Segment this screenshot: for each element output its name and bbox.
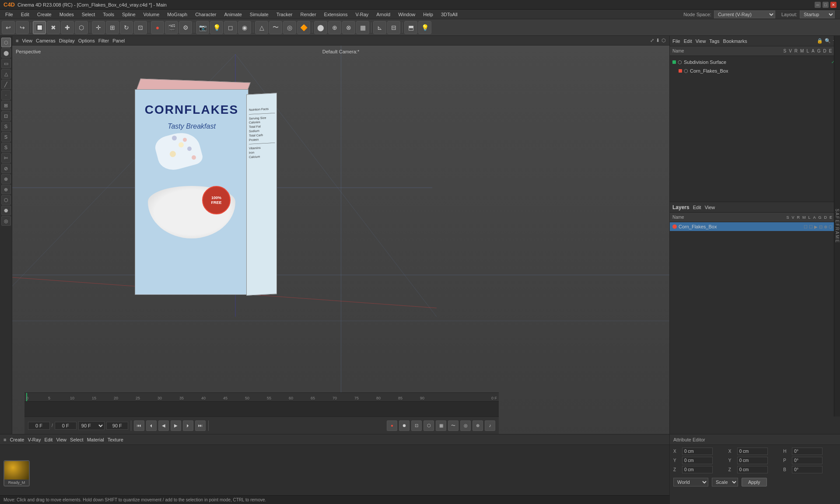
vp-menu-extra[interactable]: Panel (112, 38, 125, 43)
menu-simulate[interactable]: Simulate (246, 11, 272, 18)
next-frame-button[interactable]: ⏵ (183, 420, 193, 431)
sound-button[interactable]: ♪ (485, 420, 495, 431)
menu-mograph[interactable]: MoGraph (164, 11, 191, 18)
menu-vray[interactable]: V-Ray (352, 11, 372, 18)
floor-button[interactable]: ◻ (224, 21, 237, 34)
live-selection[interactable]: ⬤ (1, 48, 11, 58)
menu-edit[interactable]: Edit (18, 11, 33, 18)
redo-button[interactable]: ↪ (16, 21, 29, 34)
li-gen[interactable]: ⬡ (829, 224, 833, 229)
minimize-button[interactable]: ─ (815, 2, 821, 8)
light-button[interactable]: 💡 (210, 21, 223, 34)
vp-menu-options[interactable]: Display (59, 38, 75, 43)
layer-item-cornflakes[interactable]: Corn_Flakes_Box ☐ ☐ ▶ ⊡ ⊕ ⬡ ⊗ (670, 222, 840, 231)
move-tool-button[interactable]: ✛ (92, 21, 105, 34)
mat-menu-view[interactable]: View (56, 437, 66, 442)
menu-extensions[interactable]: Extensions (321, 11, 351, 18)
vp-menu-panel[interactable]: Filter (98, 38, 109, 43)
motion-track-button[interactable]: ⊡ (411, 420, 422, 431)
mat-menu-texture[interactable]: Texture (108, 437, 123, 442)
go-to-end-button[interactable]: ⏭ (195, 420, 206, 431)
fcurve-button[interactable]: 〜 (448, 420, 458, 431)
end-frame-field[interactable] (106, 422, 128, 430)
fields-button[interactable]: ▦ (356, 21, 369, 34)
attr-input-x2[interactable] (737, 448, 768, 455)
attr-input-h[interactable] (792, 448, 822, 455)
texture-mode-button[interactable]: ✚ (61, 21, 74, 34)
om-menu-file[interactable]: File (672, 38, 680, 44)
om-menu-view[interactable]: View (696, 38, 706, 44)
snap-tool[interactable]: ◎ (1, 216, 11, 226)
smooth-shift[interactable]: S (1, 132, 11, 142)
om-icon-lock[interactable]: 🔒 (817, 38, 823, 44)
menu-create[interactable]: Create (34, 11, 55, 18)
maximize-button[interactable]: □ (822, 2, 829, 8)
motion-system-button[interactable]: ⊕ (472, 420, 483, 431)
om-menu-edit[interactable]: Edit (684, 38, 692, 44)
start-frame-field[interactable] (55, 422, 77, 430)
scale-tool-button[interactable]: ⊞ (106, 21, 119, 34)
layers-menu-view[interactable]: View (705, 205, 715, 210)
record-button[interactable]: ● (387, 420, 397, 431)
vp-menu-filter[interactable]: Options (78, 38, 95, 43)
om-icon-search[interactable]: 🔍 (825, 38, 831, 44)
menu-render[interactable]: Render (297, 11, 320, 18)
keyframe-button[interactable]: ⬡ (424, 420, 434, 431)
tree-item-subdivision-surface[interactable]: ⬡ Subdivision Surface ✓ · (670, 58, 840, 66)
world-dropdown[interactable]: World (673, 478, 708, 486)
menu-character[interactable]: Character (192, 11, 220, 18)
apply-button[interactable]: Apply (742, 478, 767, 486)
scale-dropdown[interactable]: Scale (712, 478, 738, 486)
li-checkbox[interactable]: ☐ (804, 224, 808, 229)
vp-icon-render[interactable]: ⬇ (656, 38, 660, 43)
material-swatch-ready[interactable]: Ready_M (4, 460, 30, 486)
guides-button[interactable]: ⊟ (387, 21, 400, 34)
nurbs-button[interactable]: ◎ (283, 21, 296, 34)
knife-tool[interactable]: ✄ (1, 153, 11, 163)
play-button[interactable]: ▶ (171, 420, 181, 431)
snapping-button[interactable]: ⊾ (373, 21, 386, 34)
render-settings-button[interactable]: ⚙ (179, 21, 192, 34)
play-reverse-button[interactable]: ◀ (158, 420, 169, 431)
model-mode-button[interactable]: 🔲 (33, 21, 46, 34)
polygon-mode[interactable]: △ (1, 69, 11, 79)
camera-button[interactable]: 📷 (196, 21, 209, 34)
vp-icon-expand[interactable]: ⤢ (650, 38, 654, 43)
attr-input-y[interactable] (682, 457, 713, 464)
brush-tool[interactable]: ⊘ (1, 164, 11, 173)
attr-input-b[interactable] (792, 466, 822, 473)
workplane-button[interactable]: ⬡ (75, 21, 88, 34)
rectangle-selection[interactable]: ▭ (1, 59, 11, 68)
prev-frame-button[interactable]: ⏴ (146, 420, 157, 431)
select-tool[interactable]: ⬡ (1, 38, 11, 47)
mat-menu-icon[interactable]: ≡ (4, 437, 6, 442)
menu-volume[interactable]: Volume (140, 11, 163, 18)
vp-menu-cameras[interactable]: View (22, 38, 32, 43)
mat-menu-edit[interactable]: Edit (44, 437, 52, 442)
magnet-tool[interactable]: ⊗ (1, 174, 11, 184)
spiro-tool[interactable]: ⊕ (1, 185, 11, 194)
transform-tool-button[interactable]: ⊡ (134, 21, 147, 34)
display-settings-button[interactable]: ⬒ (404, 21, 417, 34)
uv-mode[interactable]: ⊞ (1, 101, 11, 110)
mat-menu-vray[interactable]: V-Ray (28, 437, 41, 442)
menu-select[interactable]: Select (78, 11, 99, 18)
menu-animate[interactable]: Animate (220, 11, 245, 18)
frame-rate-select[interactable]: 90 F (78, 421, 105, 430)
menu-file[interactable]: File (2, 11, 17, 18)
menu-arnold[interactable]: Arnold (373, 11, 394, 18)
li-motion[interactable]: ▶ (814, 224, 818, 229)
attr-input-z2[interactable] (737, 466, 768, 473)
tree-item-corn-flakes-box[interactable]: ⬡ Corn_Flakes_Box · (670, 66, 840, 75)
close-button[interactable]: ✕ (830, 2, 836, 8)
cloner-button[interactable]: ⊕ (328, 21, 341, 34)
li-anim[interactable]: ⊕ (824, 224, 827, 229)
environment-button[interactable]: 💡 (418, 21, 431, 34)
om-menu-bookmarks[interactable]: Bookmarks (723, 38, 747, 44)
tweak-mode[interactable]: ⊡ (1, 111, 11, 121)
timeline-button[interactable]: ▦ (436, 420, 446, 431)
menu-window[interactable]: Window (395, 11, 419, 18)
render-button[interactable]: ● (151, 21, 164, 34)
go-to-start-button[interactable]: ⏮ (134, 420, 144, 431)
deformer-button[interactable]: 🔶 (297, 21, 310, 34)
